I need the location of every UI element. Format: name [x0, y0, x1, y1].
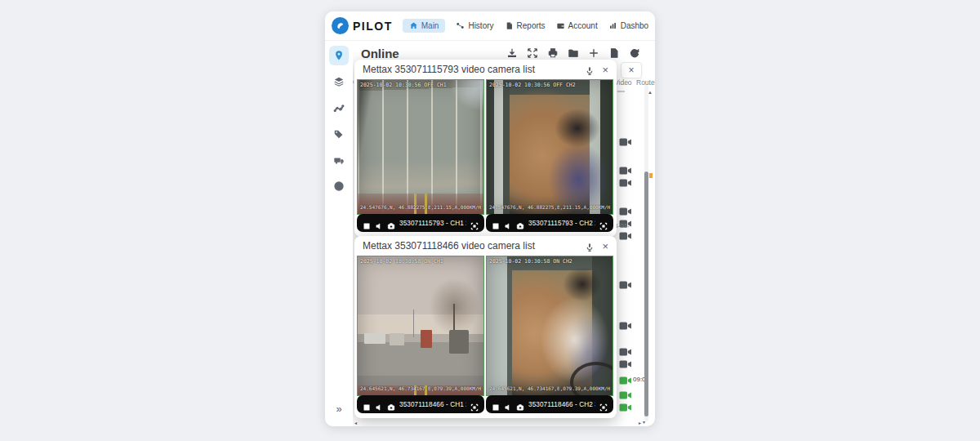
video-controls: 353071115793 - CH1 23KB/S — [357, 214, 484, 232]
export-file-button[interactable] — [608, 47, 620, 59]
fit-screen-icon — [527, 47, 538, 59]
audio-button[interactable] — [375, 219, 383, 227]
sidebar-item-drivers[interactable] — [329, 176, 349, 196]
modal-header[interactable]: Mettax 353071118466 video camera list × — [354, 236, 617, 256]
fit-screen-button[interactable] — [527, 47, 538, 59]
nav-item-main[interactable]: Main — [403, 19, 446, 33]
download-button[interactable] — [506, 47, 518, 59]
video-controls: 353071118466 - CH2 31KB/S — [486, 395, 613, 413]
location-pin-icon — [333, 50, 345, 61]
video-camera-icon[interactable] — [619, 176, 632, 186]
modal-close-button[interactable]: × — [602, 241, 608, 252]
folder-button[interactable] — [568, 47, 579, 59]
stop-button[interactable] — [363, 219, 371, 227]
modal-header[interactable]: Mettax 353071115793 video camera list × — [354, 60, 617, 79]
video-timestamp: 2025-10-02 10:30:58 ON CH1 — [360, 258, 482, 265]
audio-button[interactable] — [504, 400, 512, 408]
video-camera-icon[interactable] — [619, 401, 632, 411]
app-window: PILOT Main History Reports Account Dashb… — [325, 11, 655, 426]
microphone-icon — [585, 243, 595, 252]
snapshot-button[interactable] — [516, 400, 524, 408]
video-camera-icon[interactable] — [619, 358, 632, 368]
fullscreen-button[interactable] — [470, 400, 479, 408]
sidebar-item-vehicles[interactable] — [329, 150, 349, 170]
video-camera-icon[interactable] — [619, 164, 632, 174]
channel-label: 353071115793 - CH1 23KB/S — [399, 220, 466, 227]
panel-close-button[interactable]: × — [621, 62, 642, 78]
video-camera-icon[interactable] — [619, 319, 632, 329]
main-menu: Main History Reports Account Dashboard E… — [403, 19, 648, 33]
fullscreen-button[interactable] — [599, 219, 608, 227]
video-timestamp: 2025-10-02 10:30:58 ON CH2 — [489, 258, 611, 265]
video-gps-overlay: 24.547676,N, 46.882275,E,211.15,A,000KM/… — [489, 204, 611, 210]
fullscreen-button[interactable] — [470, 219, 479, 227]
video-vignette — [358, 256, 483, 395]
video-timestamp: 2025-10-02 10:30:56 OFF CH1 — [360, 82, 482, 88]
video-gps-overlay: 24.645621,N, 46.734167,E,079.39,A,000KM/… — [489, 385, 611, 391]
video-frame-ch1[interactable]: 2025-10-02 10:30:56 OFF CH1 24.547676,N,… — [357, 79, 484, 215]
fullscreen-button[interactable] — [599, 400, 608, 408]
download-icon — [506, 47, 518, 59]
channel-label: 353071118466 - CH1 27KB/S — [399, 401, 466, 408]
video-scene-shape — [421, 330, 432, 348]
microphone-icon — [585, 66, 595, 76]
sidebar-item-layers[interactable] — [329, 72, 349, 91]
video-channel-1: 2025-10-02 10:30:58 ON CH1 24.645621,N, … — [357, 256, 484, 413]
modal-title: Mettax 353071115793 video camera list — [363, 64, 535, 75]
video-camera-icon[interactable] — [619, 389, 632, 399]
scroll-left-arrow[interactable]: ◂ — [354, 420, 357, 425]
video-controls: 353071118466 - CH1 27KB/S — [357, 395, 484, 413]
stop-button[interactable] — [492, 400, 500, 408]
sidebar-collapse-button[interactable]: » — [325, 403, 353, 415]
device-list-scrollbar[interactable] — [644, 85, 648, 421]
wallet-icon — [556, 21, 565, 30]
video-frame-ch1[interactable]: 2025-10-02 10:30:58 ON CH1 24.645621,N, … — [357, 256, 484, 396]
add-button[interactable] — [588, 47, 599, 59]
stop-button[interactable] — [363, 400, 371, 408]
audio-button[interactable] — [504, 219, 512, 227]
video-frame-ch2[interactable]: 2025-10-02 10:30:56 OFF CH2 24.547676,N,… — [486, 79, 613, 215]
nav-item-dashboard[interactable]: Dashboard — [608, 21, 648, 30]
brand-name: PILOT — [353, 20, 393, 33]
modal-close-button[interactable]: × — [602, 65, 608, 75]
snapshot-button[interactable] — [387, 219, 395, 227]
microphone-button[interactable] — [585, 65, 595, 74]
route-icon — [333, 102, 345, 114]
video-gps-overlay: 24.645621,N, 46.734167,E,079.39,A,000KM/… — [360, 385, 482, 391]
scrollbar-thumb[interactable] — [644, 172, 648, 416]
nav-item-history[interactable]: History — [456, 21, 493, 30]
video-camera-icon[interactable] — [619, 345, 632, 355]
snapshot-button[interactable] — [516, 219, 524, 227]
sidebar-item-tracking[interactable] — [329, 46, 349, 65]
video-scene-shape — [364, 333, 385, 345]
sidebar-item-routes[interactable] — [329, 98, 349, 118]
home-icon — [409, 21, 418, 30]
video-scene-shape — [413, 310, 414, 337]
sidebar-item-tags[interactable] — [329, 124, 349, 144]
video-timestamp: 2025-10-02 10:30:56 OFF CH2 — [489, 82, 611, 88]
audio-button[interactable] — [375, 400, 383, 408]
nav-item-reports[interactable]: Reports — [505, 21, 546, 30]
video-camera-icon[interactable] — [619, 136, 632, 145]
snapshot-button[interactable] — [387, 400, 395, 408]
tags-icon — [333, 128, 345, 140]
brand-logo[interactable]: PILOT — [332, 17, 393, 34]
steering-wheel-icon — [333, 180, 345, 192]
refresh-button[interactable] — [629, 47, 640, 59]
truck-icon — [333, 154, 345, 166]
modal-body: 2025-10-02 10:30:56 OFF CH1 24.547676,N,… — [354, 79, 617, 234]
video-scene-shape — [449, 330, 468, 354]
stop-button[interactable] — [492, 219, 500, 227]
nav-label: Main — [421, 21, 439, 30]
nav-item-account[interactable]: Account — [556, 21, 598, 30]
video-camera-icon[interactable] — [619, 205, 632, 215]
pilot-logo-icon — [332, 17, 349, 34]
video-camera-icon[interactable] — [619, 374, 632, 384]
scroll-down-arrow[interactable]: ▾ — [643, 419, 645, 425]
video-frame-ch2[interactable]: 2025-10-02 10:30:58 ON CH2 24.645621,N, … — [486, 256, 613, 396]
print-button[interactable] — [547, 47, 559, 59]
scroll-right-arrow[interactable]: ▸ — [639, 420, 641, 425]
column-header-video[interactable]: Video — [614, 78, 632, 87]
microphone-button[interactable] — [585, 241, 595, 251]
video-camera-icon[interactable] — [619, 278, 632, 288]
